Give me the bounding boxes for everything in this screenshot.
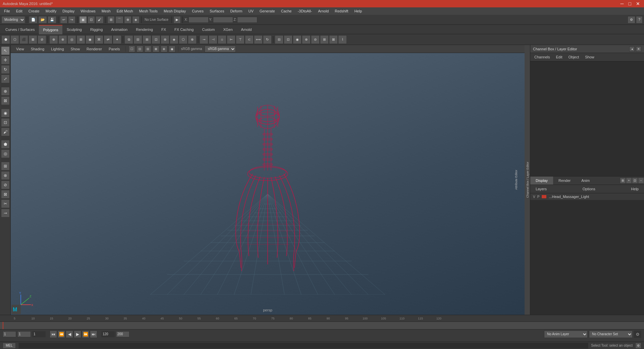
show-menu[interactable]: Show: [68, 46, 83, 52]
sculpt-btn[interactable]: ◎: [1, 149, 10, 158]
lasso-btn[interactable]: ⊡: [88, 16, 95, 23]
paint-sel-btn[interactable]: 🖌: [96, 16, 104, 23]
show-tab[interactable]: Show: [582, 54, 597, 60]
extract-btn[interactable]: ◎: [67, 35, 76, 44]
edge-select-btn[interactable]: ⬡: [10, 35, 19, 44]
menu-redshift[interactable]: Redshift: [332, 8, 351, 14]
snap-to-btn[interactable]: ⊠: [1, 190, 10, 199]
tab-curves-surfaces[interactable]: Curves / Surfaces: [1, 25, 39, 34]
layer-add-btn[interactable]: +: [626, 178, 632, 184]
cleanup-btn[interactable]: ✦: [113, 35, 121, 44]
timeline-playback[interactable]: [0, 322, 644, 329]
insert-edge-btn[interactable]: ⊢: [227, 35, 235, 44]
menu-windows[interactable]: Windows: [78, 8, 98, 14]
vertex-select-btn[interactable]: ⬟: [1, 35, 10, 44]
detach-btn[interactable]: ⊣: [209, 35, 217, 44]
layer-editor-quick-btn[interactable]: ⊞: [1, 162, 10, 170]
menu-cache[interactable]: Cache: [278, 8, 294, 14]
wedge-btn[interactable]: ⬠: [179, 35, 187, 44]
x-input[interactable]: [189, 17, 209, 23]
poke-btn[interactable]: ⊕: [188, 35, 197, 44]
menu-mesh-display[interactable]: Mesh Display: [161, 8, 189, 14]
last-used-tool-btn[interactable]: ⊕: [1, 87, 10, 96]
tab-fx-caching[interactable]: FX Caching: [170, 25, 198, 34]
menu-mesh[interactable]: Mesh: [99, 8, 113, 14]
cut-tool-btn[interactable]: ✂: [1, 199, 10, 208]
cam-sel-btn[interactable]: ⊕: [161, 46, 167, 52]
show-manipulator-btn[interactable]: ⊠: [1, 96, 10, 105]
average-btn[interactable]: ⌘: [95, 35, 103, 44]
minimize-btn[interactable]: ─: [619, 1, 625, 6]
channel-box-tab[interactable]: Channel Box / Layer Editor: [525, 160, 530, 200]
anim-layer-select[interactable]: No Anim Layer: [544, 331, 588, 338]
uv-cylindrical-btn[interactable]: ⊡: [284, 35, 292, 44]
separate-btn[interactable]: ⊗: [58, 35, 67, 44]
select-btn[interactable]: ▣: [79, 16, 87, 23]
help-icon-btn[interactable]: ?: [636, 16, 643, 23]
close-btn[interactable]: ✕: [635, 1, 641, 6]
uv-planar-btn[interactable]: ⊟: [275, 35, 283, 44]
object-tab[interactable]: Object: [566, 54, 582, 60]
measure-btn[interactable]: ⊸: [1, 209, 10, 217]
cam-mode-btn[interactable]: ☐: [128, 46, 135, 52]
character-set-select[interactable]: No Character Set: [589, 331, 633, 338]
snap-point-btn[interactable]: ⊕: [124, 16, 131, 23]
multicomp-btn[interactable]: ⊘: [38, 35, 46, 44]
menu-arnold[interactable]: Arnold: [315, 8, 331, 14]
collapse-btn[interactable]: ⊂: [245, 35, 254, 44]
cam-attr-btn[interactable]: ⊡: [137, 46, 143, 52]
layer-v[interactable]: V: [533, 195, 535, 199]
open-scene-btn[interactable]: 📂: [38, 16, 47, 23]
rotate-tool-btn[interactable]: ↻: [1, 65, 10, 74]
cb-close-btn[interactable]: ✕: [636, 46, 641, 52]
menu-modify[interactable]: Modify: [43, 8, 59, 14]
play-back-btn[interactable]: ◀: [66, 331, 73, 338]
snap-curve-btn[interactable]: ⌒: [115, 16, 123, 23]
menu-uv[interactable]: UV: [246, 8, 256, 14]
menu-curves[interactable]: Curves: [189, 8, 206, 14]
menu-generate[interactable]: Generate: [257, 8, 278, 14]
extrude-btn[interactable]: ⧉: [124, 35, 133, 44]
playback-start-input[interactable]: [32, 331, 46, 337]
transfer-btn[interactable]: ⇄: [104, 35, 112, 44]
shading-menu[interactable]: Shading: [28, 46, 47, 52]
tab-custom[interactable]: Custom: [198, 25, 219, 34]
paint-sel-left-btn[interactable]: 🖌: [1, 128, 10, 136]
tab-arnold[interactable]: Arnold: [237, 25, 256, 34]
scale-tool-btn[interactable]: ⤢: [1, 74, 10, 83]
uv-automatic-btn[interactable]: ⊕: [302, 35, 311, 44]
workspace-select[interactable]: Modeling: [1, 16, 25, 23]
lasso-tool-btn[interactable]: ⊡: [1, 118, 10, 127]
face-select-btn[interactable]: ⬛: [19, 35, 28, 44]
uvmap-btn[interactable]: ⊠: [29, 35, 37, 44]
uv-camera-btn[interactable]: ⊘: [311, 35, 320, 44]
help-layers-tab[interactable]: Help: [628, 186, 641, 192]
append-btn[interactable]: ⊞: [143, 35, 151, 44]
options-tab[interactable]: Options: [580, 186, 598, 192]
menu-display[interactable]: Display: [60, 8, 77, 14]
renderer-menu[interactable]: Renderer: [84, 46, 105, 52]
render-btn[interactable]: ▶: [173, 16, 181, 23]
duplicate-face-btn[interactable]: ⊡: [152, 35, 160, 44]
cam-region-btn[interactable]: ◉: [169, 46, 175, 52]
cb-expand-btn[interactable]: ◂: [629, 46, 635, 52]
menu-surfaces[interactable]: Surfaces: [207, 8, 227, 14]
settings-btn[interactable]: ⚙: [628, 16, 635, 23]
maximize-btn[interactable]: □: [627, 1, 633, 6]
menu-deform[interactable]: Deform: [227, 8, 245, 14]
offset-edge-btn[interactable]: ⊤: [236, 35, 245, 44]
tab-fx[interactable]: FX: [157, 25, 170, 34]
soft-sel-btn[interactable]: ◉: [1, 109, 10, 117]
channels-tab[interactable]: Channels: [532, 54, 552, 60]
tab-rigging[interactable]: Rigging: [86, 25, 107, 34]
command-input[interactable]: [18, 343, 589, 349]
uv-spherical-btn[interactable]: ◉: [293, 35, 302, 44]
boolean-btn[interactable]: ⊞: [76, 35, 85, 44]
cam-bookmark-btn[interactable]: ⊟: [145, 46, 151, 52]
playback-end-input[interactable]: [101, 331, 115, 337]
layer-item[interactable]: V P ...Head_Massager_Light: [530, 193, 644, 200]
new-scene-btn[interactable]: 📄: [29, 16, 38, 23]
z-input[interactable]: [237, 17, 257, 23]
render-tab[interactable]: Render: [553, 177, 576, 185]
split-btn[interactable]: ⌽: [218, 35, 226, 44]
